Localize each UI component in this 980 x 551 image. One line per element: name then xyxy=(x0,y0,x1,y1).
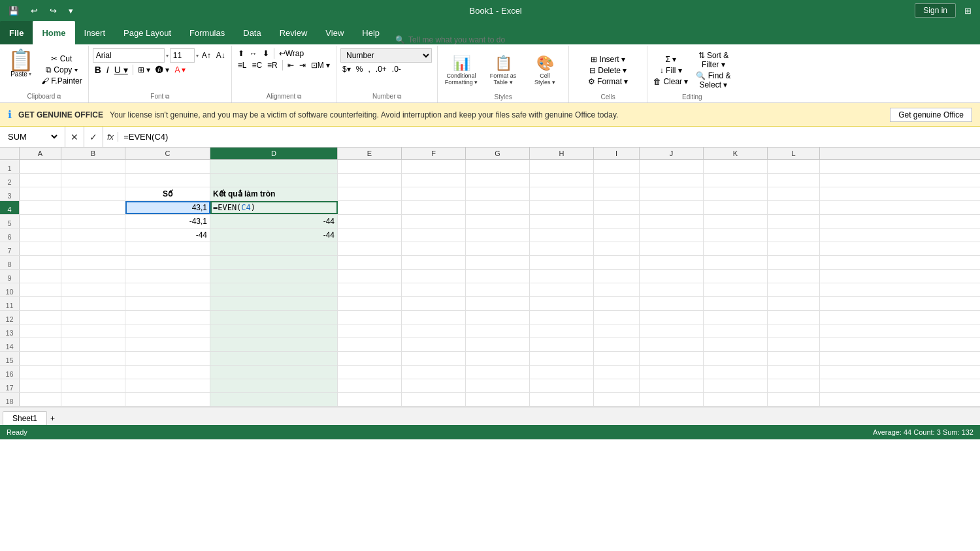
cell-A2[interactable] xyxy=(20,174,61,187)
cell-H15[interactable] xyxy=(530,352,594,365)
autosum-button[interactable]: Σ ▾ xyxy=(651,54,690,65)
cell-A11[interactable] xyxy=(20,297,61,310)
cell-J16[interactable] xyxy=(640,366,704,379)
cell-B15[interactable] xyxy=(61,352,125,365)
cell-K6[interactable] xyxy=(704,228,768,242)
cell-G10[interactable] xyxy=(466,283,530,296)
cell-D8[interactable] xyxy=(210,256,338,269)
cell-I15[interactable] xyxy=(594,352,640,365)
cell-B3[interactable] xyxy=(61,187,125,200)
cell-F8[interactable] xyxy=(402,256,466,269)
cell-C7[interactable] xyxy=(125,242,210,255)
cell-C6[interactable]: -44 xyxy=(125,228,210,242)
cell-H3[interactable] xyxy=(530,187,594,200)
cell-G13[interactable] xyxy=(466,324,530,338)
cell-E1[interactable] xyxy=(338,160,402,173)
cell-C14[interactable] xyxy=(125,338,210,351)
row-num-6[interactable]: 6 xyxy=(0,228,20,242)
undo-button[interactable]: ↩ xyxy=(27,5,41,17)
percent-button[interactable]: % xyxy=(354,64,365,74)
cell-J11[interactable] xyxy=(640,297,704,310)
col-header-B[interactable]: B xyxy=(61,148,125,159)
cell-A5[interactable] xyxy=(20,215,61,228)
col-header-G[interactable]: G xyxy=(466,148,530,159)
cell-L8[interactable] xyxy=(768,256,820,269)
cell-J9[interactable] xyxy=(640,270,704,283)
align-center-button[interactable]: ≡C xyxy=(250,60,264,71)
signin-button[interactable]: Sign in xyxy=(915,3,956,18)
font-color-button[interactable]: A ▾ xyxy=(172,65,188,75)
cell-F7[interactable] xyxy=(402,242,466,255)
cell-A16[interactable] xyxy=(20,366,61,379)
cell-H10[interactable] xyxy=(530,283,594,296)
align-right-button[interactable]: ≡R xyxy=(265,60,280,71)
cell-A15[interactable] xyxy=(20,352,61,365)
cell-D4[interactable]: =EVEN(C4) xyxy=(210,201,338,214)
cell-I6[interactable] xyxy=(594,228,640,242)
cell-I18[interactable] xyxy=(594,393,640,406)
cell-I10[interactable] xyxy=(594,283,640,296)
cell-H6[interactable] xyxy=(530,228,594,242)
cell-B10[interactable] xyxy=(61,283,125,296)
cell-F6[interactable] xyxy=(402,228,466,242)
cell-A1[interactable] xyxy=(20,160,61,173)
cut-button[interactable]: ✂ Cut xyxy=(39,54,84,64)
col-header-K[interactable]: K xyxy=(704,148,768,159)
font-size-dropdown-icon[interactable]: ▾ xyxy=(196,53,199,59)
cell-A8[interactable] xyxy=(20,256,61,269)
row-num-13[interactable]: 13 xyxy=(0,324,20,338)
format-painter-button[interactable]: 🖌 F.Painter xyxy=(39,76,84,86)
cell-C3[interactable]: Số xyxy=(125,187,210,200)
col-header-A[interactable]: A xyxy=(20,148,61,159)
number-format-select[interactable]: Number General Currency Percentage xyxy=(340,48,432,63)
italic-button[interactable]: I xyxy=(105,64,111,76)
cell-D5[interactable]: -44 xyxy=(210,215,338,228)
cell-E8[interactable] xyxy=(338,256,402,269)
cell-G6[interactable] xyxy=(466,228,530,242)
cell-E13[interactable] xyxy=(338,324,402,338)
cell-G14[interactable] xyxy=(466,338,530,351)
cell-D2[interactable] xyxy=(210,174,338,187)
cell-B5[interactable] xyxy=(61,215,125,228)
cell-K13[interactable] xyxy=(704,324,768,338)
cell-C11[interactable] xyxy=(125,297,210,310)
underline-button[interactable]: U ▾ xyxy=(112,64,130,76)
cell-D12[interactable] xyxy=(210,311,338,324)
cell-E11[interactable] xyxy=(338,297,402,310)
col-header-H[interactable]: H xyxy=(530,148,594,159)
confirm-formula-button[interactable]: ✓ xyxy=(87,131,100,144)
cell-J15[interactable] xyxy=(640,352,704,365)
cell-I11[interactable] xyxy=(594,297,640,310)
row-num-10[interactable]: 10 xyxy=(0,283,20,296)
number-launcher-icon[interactable]: ⧉ xyxy=(397,93,401,100)
cell-L7[interactable] xyxy=(768,242,820,255)
cell-H13[interactable] xyxy=(530,324,594,338)
cell-F11[interactable] xyxy=(402,297,466,310)
cell-styles-button[interactable]: 🎨 CellStyles ▾ xyxy=(525,54,564,87)
cell-F5[interactable] xyxy=(402,215,466,228)
increase-indent-button[interactable]: ⇥ xyxy=(297,60,308,71)
cell-B16[interactable] xyxy=(61,366,125,379)
cell-F10[interactable] xyxy=(402,283,466,296)
tab-data[interactable]: Data xyxy=(234,21,270,44)
cell-D1[interactable] xyxy=(210,160,338,173)
tab-help[interactable]: Help xyxy=(353,21,389,44)
save-button[interactable]: 💾 xyxy=(5,5,22,17)
cell-I4[interactable] xyxy=(594,201,640,214)
cell-G12[interactable] xyxy=(466,311,530,324)
font-name-dropdown-icon[interactable]: ▾ xyxy=(166,53,169,59)
tab-page-layout[interactable]: Page Layout xyxy=(114,21,180,44)
cell-L4[interactable] xyxy=(768,201,820,214)
cell-K14[interactable] xyxy=(704,338,768,351)
row-num-18[interactable]: 18 xyxy=(0,393,20,406)
cell-K1[interactable] xyxy=(704,160,768,173)
cell-B18[interactable] xyxy=(61,393,125,406)
cell-A13[interactable] xyxy=(20,324,61,338)
cell-G7[interactable] xyxy=(466,242,530,255)
cell-L3[interactable] xyxy=(768,187,820,200)
sort-filter-button[interactable]: ⇅ Sort &Filter ▾ xyxy=(694,50,732,70)
cell-F16[interactable] xyxy=(402,366,466,379)
col-header-F[interactable]: F xyxy=(402,148,466,159)
cell-L13[interactable] xyxy=(768,324,820,338)
cell-K9[interactable] xyxy=(704,270,768,283)
